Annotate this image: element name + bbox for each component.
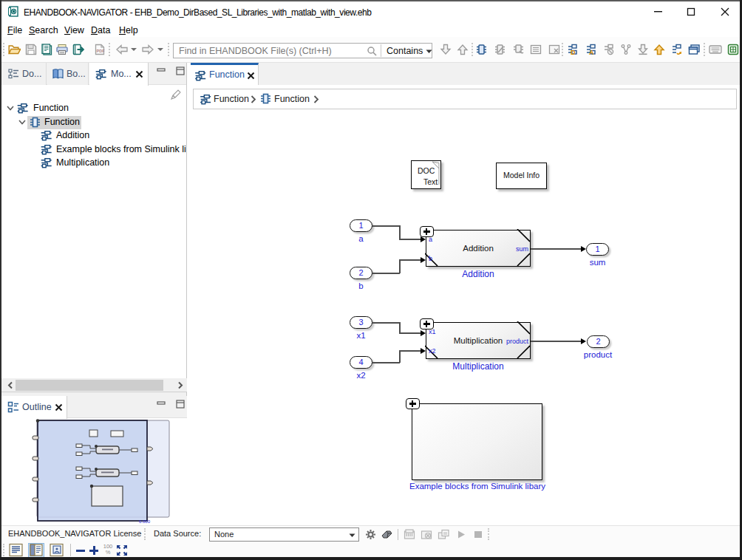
svg-text:PDF: PDF: [97, 49, 106, 53]
svg-text:D: D: [571, 49, 576, 55]
svg-text:A: A: [589, 49, 594, 55]
svg-text:0.000: 0.000: [139, 519, 151, 524]
